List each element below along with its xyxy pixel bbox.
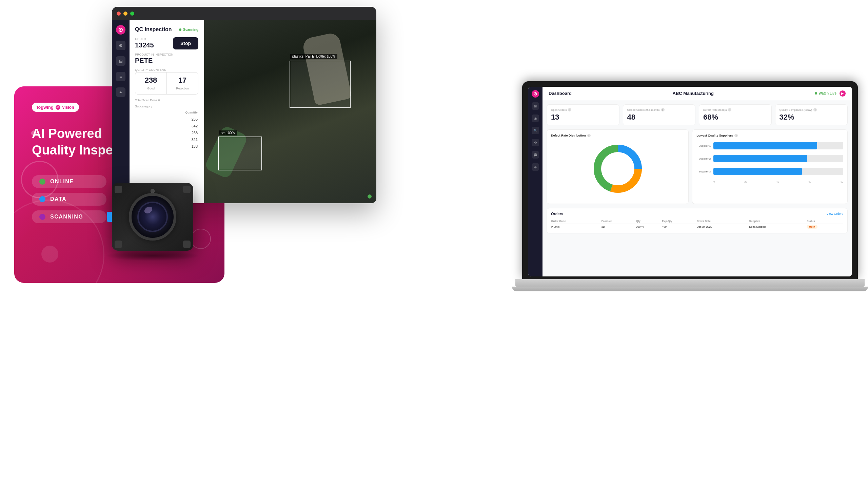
exp-qty-cell: 400 — [662, 224, 696, 230]
camera-lens-outer — [129, 193, 176, 241]
detection-label-1: plastics_PETE_Bottle: 100% — [290, 54, 337, 59]
product-value: PETE — [135, 57, 198, 65]
col-status: Status — [807, 219, 843, 224]
cam-connector — [107, 212, 112, 222]
qc-sidebar: ⚙ ⊞ ≡ ✦ — [112, 20, 130, 203]
dash-icon-2[interactable]: ◉ — [532, 115, 539, 122]
qty-row-3: 268 — [136, 130, 198, 136]
dashboard-company: ABC Manufacturing — [673, 91, 714, 96]
sidebar-icon-settings[interactable]: ⚙ — [116, 41, 125, 50]
kpi-closed-orders: Closed Orders (this month) i 48 — [623, 104, 696, 125]
kpi-info-4: i — [813, 108, 817, 111]
watch-live-badge[interactable]: Watch Live ▶ — [815, 90, 846, 97]
order-date-cell: Oct 28, 2023 — [697, 224, 749, 230]
close-dot — [117, 12, 121, 16]
donut-chart-container — [551, 140, 684, 198]
kpi-compliance-value: 32% — [780, 113, 844, 122]
online-dot — [39, 179, 45, 185]
suppliers-chart-title: Lowest Quality Suppliers — [696, 134, 733, 137]
camera-lens-inner — [137, 202, 168, 232]
col-order-date: Order Date — [697, 219, 749, 224]
kpi-info-3: i — [728, 108, 731, 111]
camera-lens-shine — [143, 205, 154, 215]
bar-fill-1 — [713, 142, 817, 149]
kpi-closed-orders-value: 48 — [627, 113, 691, 122]
svg-point-1 — [120, 29, 121, 30]
kpi-cards-row: Open Orders i 13 Closed Orders (this mon… — [547, 104, 848, 125]
axis-0: 0 — [713, 181, 715, 183]
col-order-code: Order Code — [551, 219, 601, 224]
product-cell: 3D — [601, 224, 636, 230]
chart-info-2: i — [734, 134, 738, 137]
col-product: Product — [601, 219, 636, 224]
suppliers-chart: Lowest Quality Suppliers i Supplier 1 — [692, 129, 848, 204]
dash-icon-5[interactable]: 💬 — [532, 151, 539, 159]
window-titlebar — [112, 7, 376, 20]
axis-3: 60 — [809, 181, 811, 183]
dashboard-app: ⊞ ◉ 🔍 ⚙ 💬 ⊕ Dashboard ABC Manufacturing — [528, 87, 852, 276]
kpi-open-orders-value: 13 — [551, 113, 615, 122]
scanning-label: SCANNING — [50, 214, 83, 220]
orders-section: Orders View Orders Order Code Product Qt… — [547, 208, 848, 233]
laptop-dashboard: ⊞ ◉ 🔍 ⚙ 💬 ⊕ Dashboard ABC Manufacturing — [512, 81, 868, 291]
col-supplier: Supplier — [749, 219, 807, 224]
dashboard-logo — [532, 90, 539, 98]
bar-fill-2 — [713, 155, 807, 162]
scanning-dot-badge — [39, 214, 45, 220]
online-label: ONLINE — [50, 179, 74, 185]
detection-label-2: tle: 100% — [219, 130, 237, 136]
live-icon: ▶ — [840, 90, 846, 97]
quality-counters-label: Quality Counters — [135, 68, 198, 71]
view-orders-link[interactable]: View Orders — [827, 212, 843, 215]
cam-corner-tl — [115, 186, 122, 193]
table-row: P-8976 3D 200 % 400 Oct 28, 2023 Delta S… — [551, 224, 843, 230]
camera-view: plastics_PETE_Bottle: 100% tle: 100% — [204, 20, 376, 203]
bar-row-2: Supplier 2 — [696, 155, 843, 162]
cam-shadow — [105, 251, 200, 261]
sidebar-icon-grid[interactable]: ⊞ — [116, 56, 125, 66]
sidebar-icon-chart[interactable]: ≡ — [116, 72, 125, 81]
bar-track-2 — [713, 155, 843, 162]
kpi-defect-rate-value: 68% — [703, 113, 767, 122]
donut-svg — [591, 142, 645, 196]
quantity-header: Quantity — [136, 111, 198, 116]
order-value: 13245 — [135, 41, 154, 49]
orders-title: Orders — [551, 212, 563, 216]
product-label: Product in Inspection — [135, 53, 198, 56]
dash-icon-1[interactable]: ⊞ — [532, 102, 539, 110]
qty-cell: 200 % — [636, 224, 662, 230]
detection-box-1: plastics_PETE_Bottle: 100% — [290, 61, 351, 108]
cam-bolt — [151, 189, 155, 193]
dash-icon-4[interactable]: ⚙ — [532, 139, 539, 146]
bar-fill-3 — [713, 168, 802, 175]
sidebar-icon-gear[interactable]: ✦ — [116, 87, 125, 97]
subcategory-section: Subcategory Quantity 255 342 268 321 133 — [135, 105, 198, 150]
dash-icon-6[interactable]: ⊕ — [532, 163, 539, 171]
qty-row-1: 255 — [136, 116, 198, 122]
bar-track-1 — [713, 142, 843, 149]
qty-row-5: 133 — [136, 143, 198, 149]
camera-body — [112, 183, 193, 251]
order-code-cell: P-8976 — [551, 224, 601, 230]
quality-counters: 238 Good 17 Rejection — [135, 72, 198, 95]
qc-window-title: QC Inspection — [135, 26, 172, 33]
axis-4: 80 — [841, 181, 843, 183]
dash-icon-3[interactable]: 🔍 — [532, 127, 539, 134]
cam-corner-br — [183, 241, 191, 248]
bar-axis: 0 20 40 60 80 — [696, 181, 843, 183]
quantity-table: Quantity 255 342 268 321 133 — [135, 110, 198, 150]
kpi-open-orders: Open Orders i 13 — [547, 104, 619, 125]
kpi-compliance: Quality Compliance (today) i 32% — [775, 104, 848, 125]
watch-live-label: Watch Live — [819, 91, 836, 95]
data-dot — [39, 196, 45, 202]
data-label: DATA — [50, 196, 66, 202]
supplier-1-label: Supplier 1 — [696, 144, 711, 147]
dashboard-nav-title: Dashboard — [549, 91, 572, 96]
bar-row-1: Supplier 1 — [696, 142, 843, 149]
qc-camera-feed: plastics_PETE_Bottle: 100% tle: 100% — [204, 20, 376, 203]
bar-track-3 — [713, 168, 843, 175]
axis-1: 20 — [744, 181, 747, 183]
qty-row-4: 321 — [136, 137, 198, 143]
supplier-3-label: Supplier 3 — [696, 170, 711, 173]
stop-button[interactable]: Stop — [173, 37, 198, 49]
